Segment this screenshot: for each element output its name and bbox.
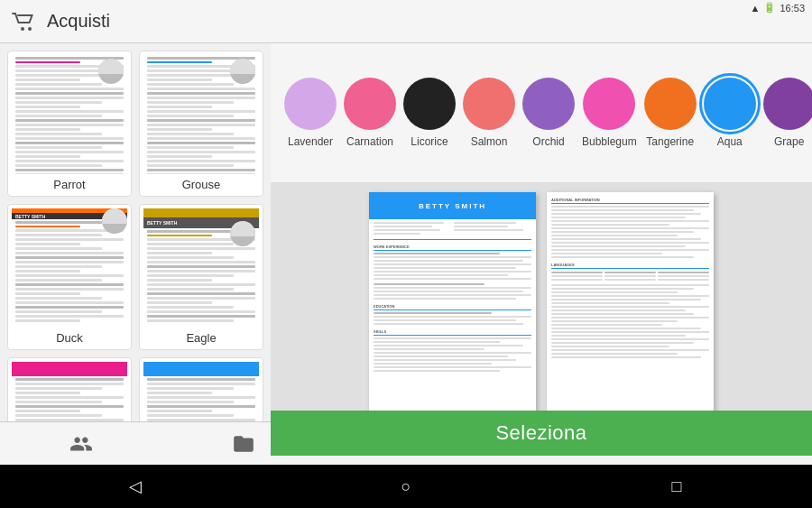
color-label-bubblegum: Bubblegum xyxy=(582,135,637,148)
page-title: Acquisti xyxy=(47,11,110,32)
color-aqua[interactable]: Aqua xyxy=(704,78,756,148)
template-grid: Parrot xyxy=(0,43,271,465)
color-label-tangerine: Tangerine xyxy=(646,135,694,148)
color-label-grape: Grape xyxy=(774,135,804,148)
color-tangerine[interactable]: Tangerine xyxy=(644,78,697,148)
color-selector: Lavender Carnation Licorice Salmon Orchi… xyxy=(271,43,812,183)
color-label-carnation: Carnation xyxy=(346,135,393,148)
nav-people[interactable] xyxy=(60,422,103,466)
home-button[interactable]: ○ xyxy=(379,468,433,504)
back-button[interactable]: ◁ xyxy=(108,468,162,504)
color-label-aqua: Aqua xyxy=(717,135,743,148)
template-parrot-label: Parrot xyxy=(53,174,85,196)
top-bar: Acquisti ▲ 🔋 16:53 xyxy=(0,0,812,43)
select-button[interactable]: Seleziona xyxy=(271,411,812,456)
color-circle-licorice xyxy=(403,78,456,130)
color-circle-lavender xyxy=(284,78,337,130)
color-label-salmon: Salmon xyxy=(471,135,508,148)
color-circle-carnation xyxy=(344,78,396,130)
color-label-lavender: Lavender xyxy=(288,135,333,148)
people-icon xyxy=(69,432,93,456)
svg-point-1 xyxy=(28,27,32,31)
template-duck-label: Duck xyxy=(56,328,83,349)
color-lavender[interactable]: Lavender xyxy=(284,78,337,148)
template-parrot[interactable]: Parrot xyxy=(7,51,132,197)
nav-folder[interactable] xyxy=(222,422,265,466)
color-circle-tangerine xyxy=(644,78,697,130)
color-label-orchid: Orchid xyxy=(532,135,564,148)
recents-button[interactable]: □ xyxy=(650,468,704,504)
template-duck[interactable]: BETTY SMITH xyxy=(7,204,132,350)
color-carnation[interactable]: Carnation xyxy=(344,78,396,148)
color-circle-orchid xyxy=(522,78,575,130)
template-grouse-label: Grouse xyxy=(182,174,221,196)
color-circle-aqua xyxy=(704,78,756,130)
select-button-label: Seleziona xyxy=(495,421,586,445)
color-grape[interactable]: Grape xyxy=(763,78,812,148)
color-circle-grape xyxy=(763,78,812,130)
color-orchid[interactable]: Orchid xyxy=(522,78,575,148)
color-label-licorice: Licorice xyxy=(411,135,448,148)
preview-header: BETTY SMITH xyxy=(369,192,536,219)
wifi-icon: ▲ xyxy=(751,3,761,14)
folder-icon xyxy=(232,432,255,456)
template-eagle-label: Eagle xyxy=(186,328,216,349)
preview-name: BETTY SMITH xyxy=(419,202,486,210)
color-salmon[interactable]: Salmon xyxy=(463,78,515,148)
battery-icon: 🔋 xyxy=(763,2,776,14)
color-circle-salmon xyxy=(463,78,515,130)
svg-point-0 xyxy=(21,27,24,31)
color-bubblegum[interactable]: Bubblegum xyxy=(582,78,637,148)
color-circle-bubblegum xyxy=(583,78,635,130)
template-eagle[interactable]: BETTY SMITH xyxy=(139,204,263,350)
status-bar: ▲ 🔋 16:53 xyxy=(751,2,805,14)
cart-icon xyxy=(11,11,38,32)
template-grouse[interactable]: Grouse xyxy=(139,51,263,197)
time-display: 16:53 xyxy=(780,3,805,14)
system-nav-bar: ◁ ○ □ xyxy=(0,465,812,508)
color-licorice[interactable]: Licorice xyxy=(403,78,456,148)
